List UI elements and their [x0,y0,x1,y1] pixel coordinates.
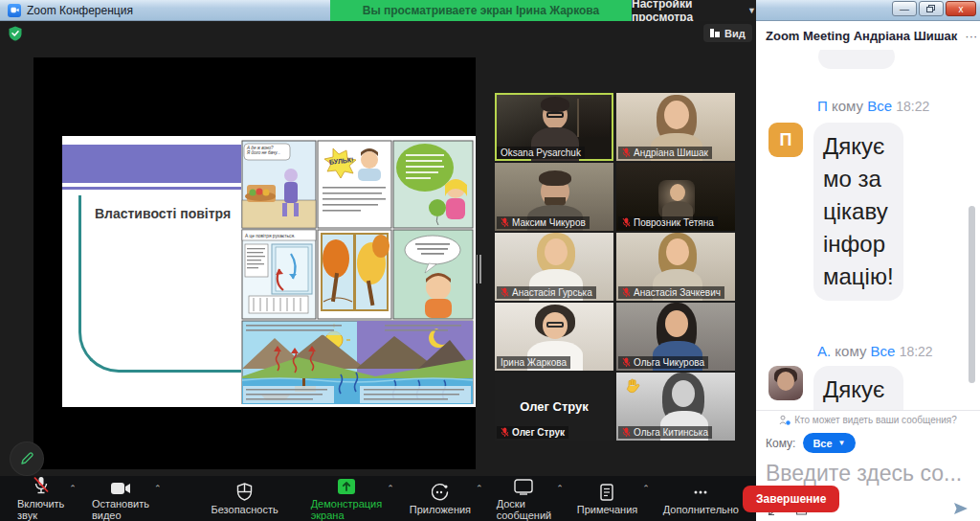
share-options-chevron[interactable]: ⌃ [387,484,394,493]
zoom-app-window: Zoom Конференция Вы просматриваете экран… [0,0,980,521]
participant-name-label: Анастасія Зачкевич [618,286,724,299]
chat-more-menu-icon[interactable]: ··· [965,30,977,42]
send-message-icon[interactable] [953,502,969,515]
chat-messages[interactable]: П кому Все 18:22 П Дякуємо за цікаву інф… [756,50,980,410]
annotation-pencil-button[interactable] [11,442,43,475]
chat-privacy-note[interactable]: Кто может видеть ваши сообщения? [756,411,980,425]
participant-name-label: Ірина Жаркова [497,356,570,369]
video-tile-iryna-zharkova[interactable]: Ірина Жаркова [495,303,613,371]
whiteboard-icon [514,476,533,495]
muted-mic-icon [33,476,50,495]
video-tile-oleh-struk[interactable]: Олег Струк Олег Струк [495,373,613,441]
minimize-button[interactable]: — [892,1,917,16]
apps-icon [432,482,449,501]
chat-panel: Zoom Meeting Андріана Шишак ··· ✕ П кому… [756,21,980,521]
participant-name-label: Ольга Чикурова [618,356,708,369]
muted-mic-icon [501,217,509,228]
panel-resize-handle[interactable] [475,253,482,285]
chevron-down-icon: ▼ [838,439,846,447]
participant-name-label: Олег Струк [497,426,568,439]
comic-illustration: А де ж воно?Я його не бачу... БУЛЬК! [241,139,474,404]
whiteboards-button[interactable]: Доски сообщений [493,476,556,521]
video-tile-anastasiia-zachkevych[interactable]: Анастасія Зачкевич [616,233,735,301]
send-to-row: Кому: Все▼ [756,425,980,453]
avatar: П [768,123,803,157]
share-screen-button[interactable]: Демонстрация экрана [307,476,387,521]
slide-title: Властивості повітря [91,205,234,223]
meeting-toolbar: Включить звук ⌃ Остановить видео ⌃ Безоп… [0,476,756,521]
raised-hand-reaction-icon [624,377,641,395]
video-tile-povroznyk-tetiana[interactable]: Поврозник Тетяна [616,163,735,231]
muted-mic-icon [622,147,631,158]
muted-mic-icon [622,357,631,368]
stop-video-button[interactable]: Остановить видео [88,476,153,521]
apps-button[interactable]: Приложения [406,482,475,515]
share-screen-icon [337,476,356,495]
slide-header-rule [62,187,265,190]
message-meta: А. кому Все 18:22 [817,343,933,359]
muted-mic-icon [622,217,631,228]
muted-mic-icon [501,287,509,298]
notes-options-chevron[interactable]: ⌃ [642,484,650,493]
participant-name-label: Oksana Pysarchuk [497,147,585,159]
send-to-dropdown[interactable]: Все▼ [803,433,855,453]
apps-options-chevron[interactable]: ⌃ [476,484,483,493]
muted-mic-icon [622,287,631,298]
avatar [768,366,803,400]
end-meeting-button[interactable]: Завершение [743,486,839,512]
participant-name-label: Поврозник Тетяна [618,216,718,229]
video-tile-oksana-pysarchuk[interactable]: Oksana Pysarchuk [495,93,613,161]
chat-header: Zoom Meeting Андріана Шишак ··· ✕ [756,21,980,50]
window-titlebar: Zoom Конференция Вы просматриваете экран… [0,0,980,21]
shield-icon [236,482,253,501]
participant-name-label: Анастасія Гурська [497,286,596,299]
chat-scrollbar[interactable] [969,206,975,383]
participant-name-label: Андріана Шишак [618,147,712,159]
security-button[interactable]: Безопасность [208,482,282,515]
mic-options-chevron[interactable]: ⌃ [69,484,77,493]
participant-name-label: Ольга Китинська [618,426,712,439]
view-settings-button[interactable]: Настройки просмотра ▼ [632,0,756,21]
close-button[interactable]: x [946,1,976,16]
video-tile-olha-kytynska[interactable]: Ольга Китинська [616,373,735,441]
send-to-label: Кому: [766,437,795,450]
more-button[interactable]: Дополнительно [659,482,743,515]
participant-display-name: Олег Струк [520,399,589,414]
muted-mic-icon [501,427,509,438]
view-grid-icon [710,29,720,37]
message-meta: П кому Все 18:22 [817,98,929,114]
meeting-main-area: Властивості повітря А де ж воно?Я його н… [0,21,756,476]
presentation-slide: Властивості повітря А де ж воно?Я його н… [62,136,476,407]
notes-icon [599,482,614,501]
restore-button[interactable] [919,1,944,16]
chat-message-bubble: Дякуємо за цікаву інформацію! [813,123,903,301]
chevron-down-icon: ▼ [747,6,756,15]
zoom-app-icon [8,4,21,17]
svg-text:А це повітря рухається.: А це повітря рухається. [245,234,295,238]
previous-message-bubble [818,50,895,69]
muted-mic-icon [622,427,631,438]
view-button-label: Вид [724,28,746,39]
window-controls: — x [892,1,976,16]
video-tile-maksym-chykurov[interactable]: Максим Чикуров [495,163,613,231]
whiteboards-options-chevron[interactable]: ⌃ [556,484,564,493]
chat-message-input[interactable]: Введите здесь со... [756,453,980,487]
slide-header-band [62,145,265,183]
camera-icon [110,476,131,495]
chat-title: Zoom Meeting Андріана Шишак [766,29,957,43]
viewing-screen-banner: Вы просматриваете экран Ірина Жаркова [330,0,632,21]
view-layout-button[interactable]: Вид [703,24,752,42]
video-tile-andriana-shyshak[interactable]: Андріана Шишак [616,93,735,161]
participant-name-label: Максим Чикуров [497,216,590,229]
unmute-button[interactable]: Включить звук [13,476,68,521]
participant-video-grid: Oksana Pysarchuk Андріана Шишак Максим [495,93,735,441]
chat-message-bubble: Дякуємо за [813,366,903,410]
encryption-shield-icon[interactable] [8,26,23,41]
video-tile-olha-chykurova[interactable]: Ольга Чикурова [616,303,735,371]
ellipsis-icon [692,482,709,501]
video-tile-anastasiia-hurska[interactable]: Анастасія Гурська [495,233,613,301]
notes-button[interactable]: Примечания [573,482,642,515]
window-title: Zoom Конференция [27,4,133,17]
video-options-chevron[interactable]: ⌃ [154,484,162,493]
privacy-people-icon [779,415,791,425]
